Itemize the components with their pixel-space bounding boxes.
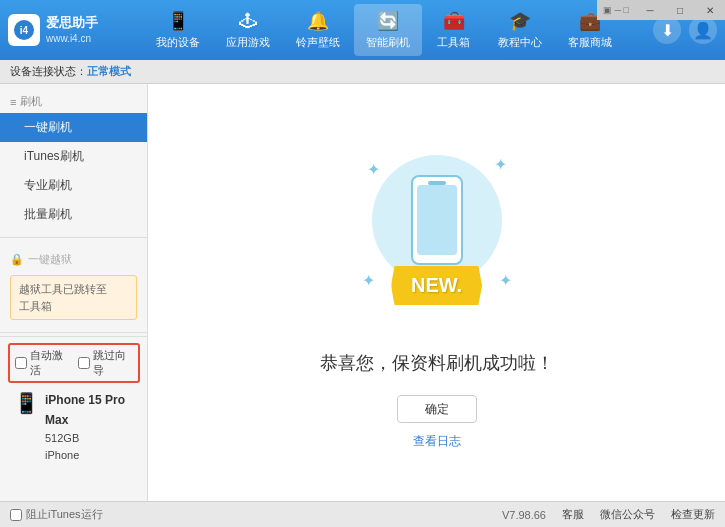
sidebar-item-batch-flash[interactable]: 批量刷机 (0, 200, 147, 229)
window-controls: ▣ ─ □ ─ □ ✕ (597, 0, 725, 20)
sidebar-item-itunes-flash[interactable]: iTunes刷机 (0, 142, 147, 171)
block-itunes-checkbox[interactable] (10, 509, 22, 521)
new-banner: NEW. (391, 266, 482, 305)
block-itunes-label: 阻止iTunes运行 (26, 507, 103, 522)
nav-tutorials-label: 教程中心 (498, 35, 542, 50)
download-icon: ⬇ (661, 21, 674, 40)
jailbreak-notice-text: 越狱工具已跳转至工具箱 (19, 283, 107, 312)
star-icon-4: ✦ (499, 271, 512, 290)
nav-tutorials[interactable]: 🎓 教程中心 (486, 4, 554, 56)
close-button[interactable]: ✕ (695, 0, 725, 20)
maximize-button[interactable]: □ (665, 0, 695, 20)
nav-apps-games[interactable]: 🕹 应用游戏 (214, 5, 282, 56)
auto-activate-row: 自动激活 跳过向导 (8, 343, 140, 383)
star-icon-1: ✦ (367, 160, 380, 179)
device-details: iPhone 15 Pro Max 512GB iPhone (45, 391, 134, 465)
nav-apps-games-label: 应用游戏 (226, 35, 270, 50)
sidebar-group-flash-header: ≡ 刷机 (0, 88, 147, 113)
device-name: iPhone 15 Pro Max (45, 391, 134, 429)
star-icon-3: ✦ (362, 271, 375, 290)
sidebar-group-flash: ≡ 刷机 一键刷机 iTunes刷机 专业刷机 批量刷机 (0, 84, 147, 233)
sidebar-group-jailbreak: 🔒 一键越狱 越狱工具已跳转至工具箱 (0, 242, 147, 328)
device-model: iPhone (45, 447, 134, 465)
nav-my-device-label: 我的设备 (156, 35, 200, 50)
smart-flash-icon: 🔄 (377, 10, 399, 32)
header-actions: ⬇ 👤 (653, 16, 717, 44)
sidebar: ≡ 刷机 一键刷机 iTunes刷机 专业刷机 批量刷机 (0, 84, 148, 501)
status-mode: 正常模式 (87, 64, 131, 79)
phone-notch (428, 181, 446, 185)
group-flash-icon: ≡ (10, 96, 16, 108)
account-icon: 👤 (693, 21, 713, 40)
nav-my-device[interactable]: 📱 我的设备 (144, 4, 212, 56)
star-icon-2: ✦ (494, 155, 507, 174)
logo-text: 爱思助手 www.i4.cn (46, 14, 98, 46)
main-content: ✦ ✦ ✦ ✦ NEW. 恭喜您，保资料刷机成功啦！ 确定 查看日志 (148, 84, 725, 501)
app-logo: i4 爱思助手 www.i4.cn (8, 14, 98, 46)
app-footer: 阻止iTunes运行 V7.98.66 客服 微信公众号 检查更新 (0, 501, 725, 527)
my-device-icon: 📱 (167, 10, 189, 32)
jailbreak-notice: 越狱工具已跳转至工具箱 (10, 275, 137, 320)
nav-toolbox[interactable]: 🧰 工具箱 (424, 4, 484, 56)
auto-activate-label: 自动激活 (30, 348, 70, 378)
phone-screen (417, 185, 457, 255)
toolbox-icon: 🧰 (443, 10, 465, 32)
status-label: 设备连接状态： (10, 64, 87, 79)
sidebar-bottom-panel: 自动激活 跳过向导 📱 iPhone 15 Pro Max 512GB iPho… (0, 336, 148, 475)
nav-ringtones-label: 铃声壁纸 (296, 35, 340, 50)
guide-activate-label: 跳过向导 (93, 348, 133, 378)
device-icon: 📱 (14, 391, 39, 415)
logo-icon: i4 (8, 14, 40, 46)
nav-toolbox-label: 工具箱 (437, 35, 470, 50)
phone-body (411, 175, 463, 265)
confirm-btn-label: 确定 (425, 401, 449, 418)
confirm-button[interactable]: 确定 (397, 395, 477, 423)
itunes-flash-label: iTunes刷机 (24, 148, 84, 165)
footer-right: V7.98.66 客服 微信公众号 检查更新 (502, 507, 715, 522)
sidebar-group-jailbreak-header: 🔒 一键越狱 (0, 246, 147, 271)
version-label: V7.98.66 (502, 509, 546, 521)
footer-left: 阻止iTunes运行 (10, 507, 103, 522)
account-button[interactable]: 👤 (689, 16, 717, 44)
lock-icon: 🔒 (10, 253, 24, 266)
phone-circle (372, 155, 502, 285)
sidebar-divider-1 (0, 237, 147, 238)
device-info: 📱 iPhone 15 Pro Max 512GB iPhone (8, 387, 140, 469)
nav-ringtones[interactable]: 🔔 铃声壁纸 (284, 4, 352, 56)
nav-bar: 📱 我的设备 🕹 应用游戏 🔔 铃声壁纸 🔄 智能刷机 🧰 工具箱 🎓 (114, 4, 653, 56)
download-button[interactable]: ⬇ (653, 16, 681, 44)
nav-service-label: 客服商城 (568, 35, 612, 50)
footer-customer-link[interactable]: 客服 (562, 507, 584, 522)
nav-smart-flash[interactable]: 🔄 智能刷机 (354, 4, 422, 56)
footer-check-update-link[interactable]: 检查更新 (671, 507, 715, 522)
view-log-link[interactable]: 查看日志 (413, 433, 461, 450)
sidebar-divider-2 (0, 332, 147, 333)
auto-activate-checkbox[interactable] (15, 357, 27, 369)
group-flash-label: 刷机 (20, 94, 42, 109)
guide-activate-checkbox-label[interactable]: 跳过向导 (78, 348, 133, 378)
device-storage: 512GB (45, 430, 134, 448)
nav-smart-flash-label: 智能刷机 (366, 35, 410, 50)
minimize-button[interactable]: ─ (635, 0, 665, 20)
group-jailbreak-label: 一键越狱 (28, 252, 72, 267)
sidebar-item-one-key-flash[interactable]: 一键刷机 (0, 113, 147, 142)
ringtones-icon: 🔔 (307, 10, 329, 32)
batch-flash-label: 批量刷机 (24, 206, 72, 223)
success-text: 恭喜您，保资料刷机成功啦！ (320, 351, 554, 375)
sidebar-item-pro-flash[interactable]: 专业刷机 (0, 171, 147, 200)
svg-text:i4: i4 (20, 25, 29, 36)
pro-flash-label: 专业刷机 (24, 177, 72, 194)
guide-activate-checkbox[interactable] (78, 357, 90, 369)
status-bar: 设备连接状态： 正常模式 (0, 60, 725, 84)
auto-activate-checkbox-label[interactable]: 自动激活 (15, 348, 70, 378)
footer-wechat-link[interactable]: 微信公众号 (600, 507, 655, 522)
one-key-flash-label: 一键刷机 (24, 119, 72, 136)
success-illustration: ✦ ✦ ✦ ✦ NEW. (337, 135, 537, 335)
apps-games-icon: 🕹 (239, 11, 257, 32)
tutorials-icon: 🎓 (509, 10, 531, 32)
